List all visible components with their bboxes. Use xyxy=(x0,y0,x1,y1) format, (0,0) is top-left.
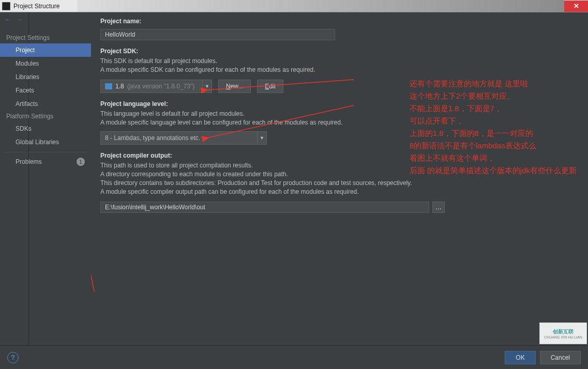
window-title: Project Structure xyxy=(13,3,59,10)
sidebar-item-problems[interactable]: Problems 1 xyxy=(0,156,91,168)
output-desc-4: A module specific compiler output path c… xyxy=(100,188,579,196)
problems-count-badge: 1 xyxy=(77,158,85,166)
chevron-down-icon[interactable]: ▼ xyxy=(202,80,212,93)
sdk-version-text: 1.8 xyxy=(115,83,124,90)
bottom-bar: ? OK Cancel xyxy=(0,345,588,369)
language-level-combo[interactable]: 8 - Lambdas, type annotations etc. ▼ xyxy=(100,131,267,145)
browse-output-button[interactable]: … xyxy=(432,202,445,213)
edit-sdk-button[interactable]: Edit xyxy=(257,80,283,93)
sidebar-item-global-libraries[interactable]: Global Libraries xyxy=(0,135,91,149)
cancel-button[interactable]: Cancel xyxy=(540,351,581,364)
sidebar-item-facets[interactable]: Facets xyxy=(0,84,91,97)
sidebar-section-platform-settings: Platform Settings xyxy=(0,111,91,122)
close-window-button[interactable]: ✕ xyxy=(564,1,588,12)
sidebar-item-artifacts[interactable]: Artifacts xyxy=(0,97,91,111)
body-area: ← → Project Settings Project Modules Lib… xyxy=(0,12,588,345)
output-desc-3: This directory contains two subdirectori… xyxy=(100,179,579,188)
sidebar-item-sdks[interactable]: SDKs xyxy=(0,122,91,135)
project-sdk-combo[interactable]: 1.8 (java version "1.8.0_73") ▼ xyxy=(100,80,212,93)
sidebar-divider xyxy=(4,152,87,152)
chevron-down-icon[interactable]: ▼ xyxy=(257,132,266,144)
back-icon[interactable]: ← xyxy=(4,16,11,23)
sidebar-item-libraries[interactable]: Libraries xyxy=(0,70,91,84)
new-sdk-button[interactable]: New... xyxy=(218,80,251,93)
sidebar-section-project-settings: Project Settings xyxy=(0,32,91,43)
sidebar-item-modules[interactable]: Modules xyxy=(0,57,91,70)
annotation-text: 还有个需要注意的地方就是 这里啦 这个地方上下2个要相互对应。 不能上面是1.8… xyxy=(410,78,577,177)
language-level-value: 8 - Lambdas, type annotations etc. xyxy=(105,134,200,142)
app-icon xyxy=(2,2,10,10)
project-name-label: Project name: xyxy=(100,18,579,25)
help-icon[interactable]: ? xyxy=(7,352,19,363)
sdk-desc-2: A module specific SDK can be configured … xyxy=(100,66,579,74)
compiler-output-input[interactable] xyxy=(100,202,429,213)
ok-button[interactable]: OK xyxy=(505,351,535,364)
sdk-desc-1: This SDK is default for all project modu… xyxy=(100,57,579,66)
sidebar-item-project[interactable]: Project xyxy=(0,43,91,57)
svg-line-3 xyxy=(91,47,94,291)
project-structure-window: Project Structure ✕ ← → Project Settings… xyxy=(0,0,588,369)
problems-label: Problems xyxy=(16,158,42,165)
watermark-logo: 创新互联 CHUANG XIN HU LIAN xyxy=(539,322,587,344)
titlebar: Project Structure ✕ xyxy=(0,0,588,12)
project-name-input[interactable] xyxy=(100,29,335,40)
folder-icon xyxy=(105,83,112,89)
project-sdk-label: Project SDK: xyxy=(100,48,579,55)
sdk-detail-text: (java version "1.8.0_73") xyxy=(127,83,195,90)
sidebar: Project Settings Project Modules Librari… xyxy=(29,12,91,345)
forward-icon[interactable]: → xyxy=(16,16,23,23)
main-panel: Project name: Project SDK: This SDK is d… xyxy=(91,12,588,345)
